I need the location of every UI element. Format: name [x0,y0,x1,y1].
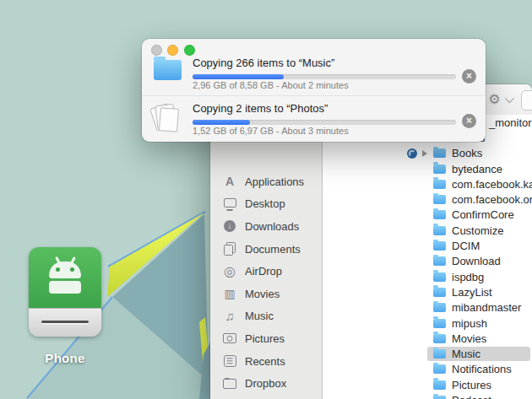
finder-sidebar: Applications Desktop Downloads Documents… [210,116,323,399]
downloads-icon [221,218,238,235]
copy-task-title: Copying 266 items to “Music” [193,57,334,69]
file-row[interactable]: Download [323,254,532,269]
dropbox-icon [221,375,238,392]
copy-task-title: Copying 2 items to “Photos” [193,102,328,115]
folder-icon [433,319,446,328]
sidebar-item-airdrop[interactable]: AirDrop [210,260,322,283]
blue-folder-icon [154,60,182,80]
file-row[interactable]: Podcast [323,392,532,399]
phone-drive-label[interactable]: Phone [20,351,110,365]
cancel-copy-button[interactable] [462,69,476,84]
file-row[interactable]: Movies [323,331,532,346]
folder-icon [433,180,446,189]
cancel-copy-button[interactable] [462,114,476,128]
robot-eye [70,267,74,272]
file-row[interactable]: ConfirmCore [323,208,532,223]
airdrop-icon [221,263,238,280]
copy-progress-window: Copying 266 items to “Music” 2,96 GB of … [142,39,486,142]
folder-icon [433,396,446,399]
camera-icon [221,330,238,347]
file-row[interactable]: mipush [323,315,532,331]
sidebar-item-movies[interactable]: Movies [210,283,322,305]
folder-icon [433,195,446,204]
file-row[interactable]: Customize [323,223,532,238]
film-icon [221,285,238,302]
applications-icon [221,173,238,190]
progress-fill [193,120,250,125]
sidebar-item-documents[interactable]: Documents [210,238,322,261]
desktop-icon [221,196,238,213]
action-menu-button[interactable] [484,90,516,109]
file-row[interactable]: LazyList [323,284,532,299]
sync-progress-icon [407,148,417,159]
sidebar-item-music[interactable]: Music [210,305,322,328]
folder-icon [433,288,446,297]
page [159,107,179,132]
toolbar-button-partial[interactable] [521,90,532,111]
music-note-icon [221,308,238,325]
folder-icon [433,164,446,174]
file-row[interactable]: mibandmaster [323,300,532,315]
file-row[interactable]: Notifications [323,362,532,377]
sidebar-item-downloads[interactable]: Downloads [210,215,322,238]
sidebar-item-desktop[interactable]: Desktop [210,193,322,216]
chevron-down-icon [504,94,513,103]
file-row[interactable]: Books [323,146,532,161]
folder-icon [433,334,446,343]
sidebar-item-icloud-drive[interactable]: iCloud Drive [210,395,322,399]
close-window-button[interactable] [151,45,162,56]
folder-icon [433,349,446,359]
minimize-window-button[interactable] [167,45,178,56]
file-row[interactable]: com.facebook.or [323,192,532,208]
file-row[interactable]: Pictures [323,377,532,392]
progress-fill [193,74,284,79]
sidebar-item-applications[interactable]: Applications [210,170,322,193]
android-robot-body [49,281,81,294]
file-row-selected[interactable]: Music [323,347,532,362]
recents-icon [221,353,238,369]
finder-file-list: _monitor s Books bytedance com.facebook.… [323,115,532,399]
progress-bar [193,120,456,125]
drive-slot [41,321,89,323]
copy-task-detail: 2,96 GB of 8,58 GB - About 2 minutes [193,80,349,90]
robot-eye [56,267,60,272]
folder-icon [433,380,446,390]
folder-icon [433,256,446,266]
folder-icon [433,272,446,282]
file-row[interactable]: ispdbg [323,269,532,284]
copy-task-detail: 1,52 GB of 6,97 GB - About 3 minutes [193,126,349,136]
phone-drive-desktop-icon[interactable] [29,247,101,337]
gear-icon [488,92,500,107]
divider [142,95,486,96]
android-robot-icon [29,247,101,308]
file-row[interactable]: DCIM [323,238,532,253]
desktop: Phone Applications Desktop Downloads Doc… [0,0,532,399]
android-robot-head [49,262,81,278]
folder-icon [433,364,446,374]
documents-icon [221,240,238,257]
folder-icon [433,210,446,219]
drive-base [29,308,101,337]
document-stack-icon [152,103,181,135]
folder-icon [433,241,446,251]
file-row[interactable]: com.facebook.ka [323,176,532,191]
progress-bar [193,74,456,79]
zoom-window-button[interactable] [184,45,195,56]
file-row[interactable]: bytedance [323,161,532,176]
folder-icon [433,303,446,312]
folder-icon [433,148,446,158]
sidebar-item-pictures[interactable]: Pictures [210,327,322,350]
sidebar-item-dropbox[interactable]: Dropbox [210,372,322,395]
folder-icon [433,226,446,235]
disclosure-triangle-icon[interactable] [422,150,427,157]
sidebar-item-recents[interactable]: Recents [210,350,322,373]
